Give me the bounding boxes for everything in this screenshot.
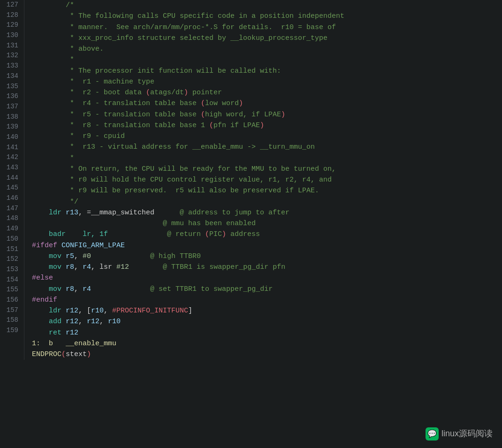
line-number: 139: [4, 122, 18, 132]
line-number: 135: [4, 82, 18, 92]
code-token: * above.: [32, 45, 104, 53]
code-line: * The processor init function will be ca…: [32, 66, 502, 76]
line-number: 136: [4, 91, 18, 102]
line-number: 129: [4, 20, 18, 30]
code-token: @ TTBR1 is swapper_pg_dir pfn: [163, 263, 285, 271]
code-line: mov r8, r4, lsr #12 @ TTBR1 is swapper_p…: [32, 262, 502, 273]
code-line: * r8 - translation table base 1 (pfn if …: [32, 120, 502, 131]
line-number: 154: [4, 275, 18, 285]
line-number: 158: [4, 315, 18, 326]
code-token: r12: [66, 329, 78, 337]
code-token: mov: [32, 285, 66, 293]
code-token: [32, 220, 163, 228]
line-number: 147: [4, 204, 18, 214]
code-token: */: [32, 198, 78, 206]
code-token: ret: [32, 329, 66, 337]
code-token: ): [260, 121, 264, 129]
line-number: 145: [4, 183, 18, 193]
code-token: stext: [66, 350, 87, 358]
code-token: ,: [99, 318, 108, 326]
watermark: 💬 linux源码阅读: [426, 427, 493, 440]
code-token: high word, if LPAE: [205, 111, 281, 119]
code-token: atags/dt: [150, 89, 184, 97]
line-numbers: 1271281291301311321331341351361371381391…: [0, 0, 24, 360]
code-token: badr lr, 1f: [32, 230, 167, 238]
code-token: r8: [66, 263, 74, 271]
code-token: ]: [188, 307, 192, 315]
line-number: 138: [4, 112, 18, 122]
line-number: 140: [4, 132, 18, 143]
line-number: 127: [4, 0, 18, 10]
code-line: * On return, the CPU will be ready for t…: [32, 164, 502, 175]
code-token: * r0 will hold the CPU control register …: [32, 176, 332, 184]
code-line: #endif: [32, 295, 502, 305]
code-line: mov r5, #0 @ high TTBR0: [32, 251, 502, 262]
code-token: @ mmu has been enabled: [163, 220, 256, 228]
code-viewer: 1271281291301311321331341351361371381391…: [0, 0, 502, 360]
code-token: ): [87, 350, 91, 358]
line-number: 142: [4, 152, 18, 163]
code-line: * manner. See arch/arm/mm/proc-*.S for d…: [32, 22, 502, 33]
code-token: * The following calls CPU specific code …: [32, 12, 344, 20]
code-token: r10: [91, 307, 104, 315]
code-token: (: [201, 111, 205, 119]
code-token: r12: [66, 307, 78, 315]
code-token: * xxx_proc_info structure selected by __…: [32, 34, 327, 42]
code-token: * manner. See arch/arm/mm/proc-*.S for d…: [32, 23, 336, 31]
code-token: *: [32, 56, 74, 64]
code-line: #ifdef CONFIG_ARM_LPAE: [32, 240, 502, 251]
code-token: ,: [74, 285, 83, 293]
line-number: 151: [4, 244, 18, 255]
code-token: , [: [78, 307, 91, 315]
code-line: * The following calls CPU specific code …: [32, 11, 502, 22]
code-token: low word: [205, 99, 239, 107]
line-number: 128: [4, 10, 18, 21]
code-line: ldr r13, =__mmap_switched @ address to j…: [32, 207, 502, 218]
code-line: */: [32, 197, 502, 207]
line-number: 146: [4, 193, 18, 204]
code-token: #else: [32, 274, 53, 282]
code-token: pfn if LPAE: [213, 121, 260, 129]
code-line: * r9 will be preserved. r5 will also be …: [32, 185, 502, 196]
code-token: r12: [66, 318, 78, 326]
code-token: ldr: [32, 307, 66, 315]
code-line: * r4 - translation table base (low word): [32, 98, 502, 109]
code-token: * On return, the CPU will be ready for t…: [32, 165, 336, 173]
code-line: * r0 will hold the CPU control register …: [32, 175, 502, 185]
code-line: * r13 - virtual address for __enable_mmu…: [32, 142, 502, 152]
code-token: r8: [66, 285, 74, 293]
line-number: 130: [4, 30, 18, 41]
code-line: /*: [32, 0, 502, 11]
code-token: (: [201, 99, 205, 107]
code-token: mov: [32, 252, 66, 260]
watermark-icon: 💬: [426, 427, 439, 440]
code-token: ): [184, 89, 188, 97]
code-line: * r5 - translation table base (high word…: [32, 109, 502, 120]
code-token: /*: [32, 1, 74, 9]
line-number: 134: [4, 71, 18, 82]
code-token: r13: [66, 209, 78, 217]
code-token: address: [226, 230, 260, 238]
code-line: *: [32, 54, 502, 65]
code-token: ENDPROC: [32, 350, 61, 358]
code-line: * r2 - boot data (atags/dt) pointer: [32, 87, 502, 98]
code-token: PIC: [209, 230, 222, 238]
code-token: @ return: [167, 230, 205, 238]
code-token: ,: [74, 263, 83, 271]
code-token: r4: [83, 285, 91, 293]
code-token: (: [146, 89, 150, 97]
line-number: 159: [4, 326, 18, 336]
code-token: ,: [78, 318, 87, 326]
line-number: 131: [4, 41, 18, 51]
code-token: r5: [66, 252, 74, 260]
code-line: mov r8, r4 @ set TTBR1 to swapper_pg_dir: [32, 284, 502, 295]
code-line: @ mmu has been enabled: [32, 218, 502, 229]
line-number: 141: [4, 143, 18, 153]
code-token: mov: [32, 263, 66, 271]
line-number: 133: [4, 61, 18, 71]
code-token: * r9 - cpuid: [32, 132, 125, 140]
code-line: * r1 - machine type: [32, 76, 502, 87]
code-line: * above.: [32, 44, 502, 54]
code-line: *: [32, 153, 502, 164]
code-token: add: [32, 318, 66, 326]
